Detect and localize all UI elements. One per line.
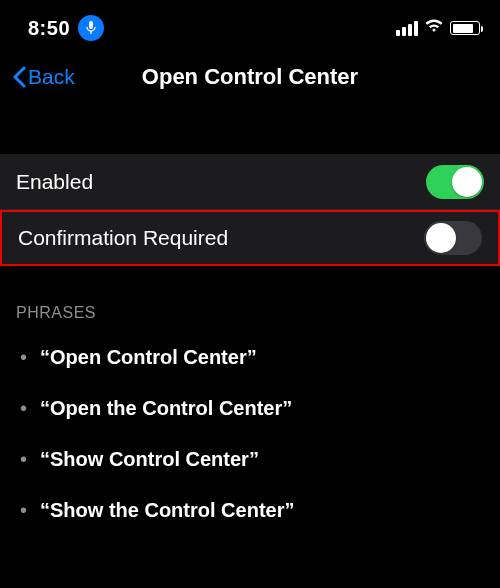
enabled-row: Enabled [0, 154, 500, 210]
phrases-list: “Open Control Center” “Open the Control … [0, 332, 500, 536]
confirmation-label: Confirmation Required [18, 226, 228, 250]
phrase-item: “Show the Control Center” [40, 485, 484, 536]
battery-icon [450, 21, 480, 35]
wifi-icon [424, 19, 444, 37]
back-label: Back [28, 65, 75, 89]
page-title: Open Control Center [142, 64, 358, 90]
phrases-header: PHRASES [0, 266, 500, 332]
status-left: 8:50 [28, 15, 104, 41]
status-bar: 8:50 [0, 0, 500, 48]
back-button[interactable]: Back [8, 61, 79, 93]
status-time: 8:50 [28, 17, 70, 40]
phrase-item: “Show Control Center” [40, 434, 484, 485]
section-gap [0, 106, 500, 154]
status-right [396, 19, 480, 37]
enabled-toggle[interactable] [426, 165, 484, 199]
enabled-label: Enabled [16, 170, 93, 194]
chevron-left-icon [12, 66, 26, 88]
phrase-item: “Open the Control Center” [40, 383, 484, 434]
confirmation-toggle[interactable] [424, 221, 482, 255]
svg-rect-0 [89, 21, 93, 29]
mic-icon [78, 15, 104, 41]
confirmation-required-row: Confirmation Required [0, 210, 500, 266]
phrase-item: “Open Control Center” [40, 332, 484, 383]
cellular-icon [396, 21, 418, 36]
nav-bar: Back Open Control Center [0, 48, 500, 106]
